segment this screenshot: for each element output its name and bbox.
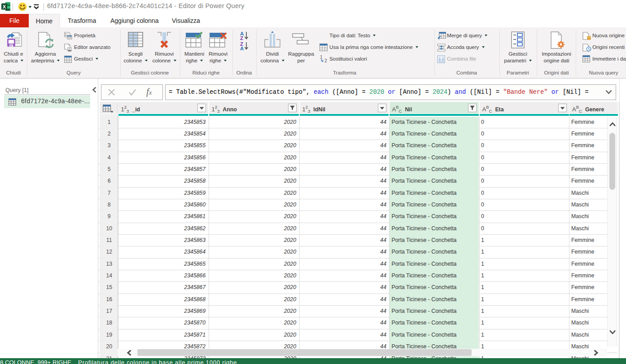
svg-text:A: A [240,46,244,51]
svg-text:2: 2 [324,58,327,63]
svg-text:1: 1 [320,55,323,60]
svg-text:Z: Z [240,35,243,41]
svg-text:X: X [3,4,6,9]
